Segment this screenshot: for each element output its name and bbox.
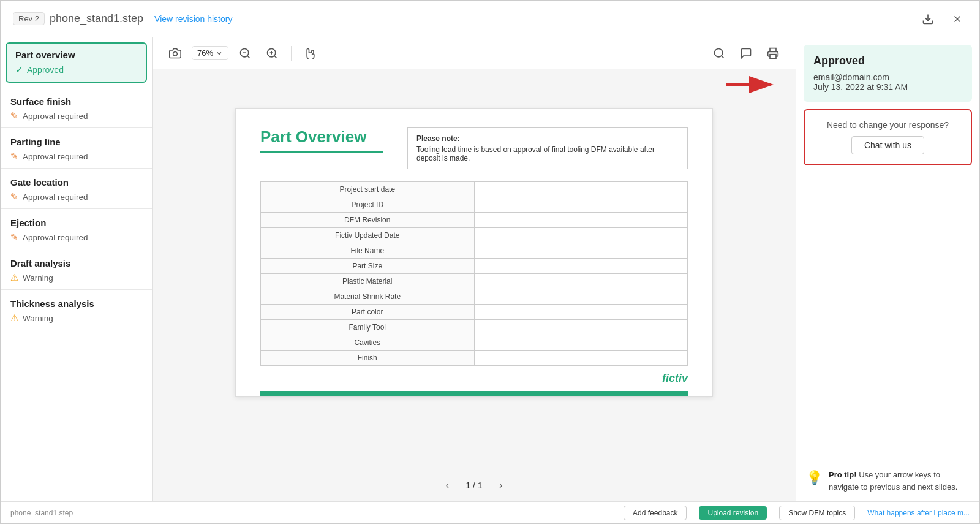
surface-finish-status: Approval required: [23, 112, 88, 121]
table-row: Project start date: [261, 182, 688, 197]
sidebar-item-parting-line[interactable]: Parting line ✎ Approval required: [1, 128, 152, 168]
toolbar-divider: [291, 46, 292, 61]
table-cell-label: Family Tool: [261, 320, 475, 335]
pro-tip-section: 💡 Pro tip! Use your arrow keys to naviga…: [796, 460, 979, 501]
zoom-out-button[interactable]: [235, 43, 255, 64]
sidebar-section-thickness-analysis: Thickness analysis ⚠ Warning: [1, 290, 152, 330]
close-button[interactable]: [948, 9, 967, 29]
table-row: DFM Revision: [261, 213, 688, 228]
table-row: Part color: [261, 305, 688, 320]
content-area: 76%: [153, 37, 796, 501]
parting-line-title: Parting line: [10, 137, 142, 147]
table-row: Material Shrink Rate: [261, 289, 688, 305]
table-cell-label: Finish: [261, 351, 475, 366]
lightbulb-icon: 💡: [806, 470, 823, 486]
table-cell-label: Project start date: [261, 182, 475, 197]
edit-icon-parting-line: ✎: [10, 151, 18, 162]
snapshot-button[interactable]: [165, 43, 186, 64]
table-cell-label: File Name: [261, 243, 475, 259]
help-link[interactable]: What happens after I place m...: [867, 509, 970, 517]
right-panel: Approved email@domain.com July 13, 2022 …: [796, 37, 979, 501]
add-feedback-button[interactable]: Add feedback: [624, 506, 687, 520]
sidebar-section-ejection: Ejection ✎ Approval required: [1, 209, 152, 249]
table-cell-label: Fictiv Updated Date: [261, 228, 475, 243]
warning-icon-thickness-analysis: ⚠: [10, 313, 18, 324]
table-cell-value: [474, 213, 688, 228]
table-row: Cavities: [261, 335, 688, 351]
table-row: File Name: [261, 243, 688, 259]
sidebar-item-part-overview[interactable]: Part overview ✓ Approved: [6, 42, 147, 83]
table-cell-label: Part color: [261, 305, 475, 320]
svg-line-12: [722, 55, 724, 58]
table-cell-value: [474, 243, 688, 259]
sidebar-item-surface-finish[interactable]: Surface finish ✎ Approval required: [1, 88, 152, 127]
main-layout: Part overview ✓ Approved Surface finish …: [1, 37, 979, 501]
file-name-base: phone_stand1: [50, 12, 119, 25]
approved-card: Approved email@domain.com July 13, 2022 …: [804, 45, 972, 102]
download-button[interactable]: [918, 9, 938, 29]
file-name: phone_stand1.step: [50, 12, 143, 25]
sidebar-item-draft-analysis[interactable]: Draft analysis ⚠ Warning: [1, 249, 152, 289]
doc-footer: fictiv: [260, 366, 688, 391]
parting-line-status: Approval required: [23, 152, 88, 161]
red-arrow: [723, 73, 778, 96]
arrow-indicator-row: [153, 69, 796, 96]
pagination: ‹ 1 / 1 ›: [153, 469, 796, 501]
sidebar-section-draft-analysis: Draft analysis ⚠ Warning: [1, 249, 152, 290]
table-cell-label: Part Size: [261, 259, 475, 274]
ejection-status: Approval required: [23, 233, 88, 242]
thickness-analysis-status: Warning: [23, 314, 53, 323]
sidebar: Part overview ✓ Approved Surface finish …: [1, 37, 153, 501]
zoom-in-button[interactable]: [262, 43, 282, 64]
table-cell-value: [474, 351, 688, 366]
print-button[interactable]: [763, 43, 783, 64]
change-response-card: Need to change your response? Chat with …: [804, 109, 972, 165]
view-history-link[interactable]: View revision history: [154, 14, 232, 24]
gate-location-title: Gate location: [10, 177, 142, 188]
print-icon: [767, 47, 779, 59]
parting-line-status-row: ✎ Approval required: [10, 151, 142, 162]
thickness-analysis-title: Thickness analysis: [10, 298, 142, 309]
table-cell-value: [474, 305, 688, 320]
fictiv-brand: fictiv: [662, 372, 688, 385]
draft-analysis-status-row: ⚠ Warning: [10, 272, 142, 283]
sidebar-item-thickness-analysis[interactable]: Thickness analysis ⚠ Warning: [1, 290, 152, 330]
doc-header: Part Overview Please note: Tooling lead …: [260, 127, 688, 169]
chat-with-us-button[interactable]: Chat with us: [851, 136, 924, 154]
search-button[interactable]: [709, 43, 729, 64]
edit-icon-ejection: ✎: [10, 232, 18, 243]
bottom-bar: phone_stand1.step Add feedback Upload re…: [1, 501, 979, 523]
zoom-control[interactable]: 76%: [192, 46, 228, 60]
pan-button[interactable]: [300, 43, 321, 64]
part-overview-title: Part overview: [15, 50, 137, 60]
chevron-down-icon: [216, 50, 223, 57]
draft-analysis-title: Draft analysis: [10, 258, 142, 268]
pro-tip-text: Pro tip! Use your arrow keys to navigate…: [829, 469, 970, 493]
pan-icon: [304, 47, 317, 59]
table-row: Part Size: [261, 259, 688, 274]
app-window: Rev 2 phone_stand1.step View revision hi…: [0, 0, 980, 524]
svg-point-3: [173, 51, 178, 56]
comment-button[interactable]: [736, 43, 756, 64]
revision-badge: Rev 2: [13, 12, 45, 25]
upload-revision-button[interactable]: Upload revision: [699, 506, 767, 520]
table-cell-label: Plastic Material: [261, 274, 475, 289]
sidebar-section-gate-location: Gate location ✎ Approval required: [1, 169, 152, 209]
next-page-button[interactable]: ›: [492, 477, 510, 494]
prev-page-button[interactable]: ‹: [439, 477, 456, 494]
show-dfm-topics-button[interactable]: Show DFM topics: [779, 506, 855, 520]
title-bar-right: [918, 9, 967, 29]
sidebar-item-gate-location[interactable]: Gate location ✎ Approval required: [1, 169, 152, 208]
table-cell-value: [474, 289, 688, 305]
checkmark-icon: ✓: [15, 64, 23, 75]
sidebar-item-ejection[interactable]: Ejection ✎ Approval required: [1, 209, 152, 249]
edit-icon-surface-finish: ✎: [10, 110, 18, 121]
svg-point-11: [715, 48, 723, 56]
title-bar-left: Rev 2 phone_stand1.step View revision hi…: [13, 12, 918, 25]
surface-finish-status-row: ✎ Approval required: [10, 110, 142, 121]
sidebar-section-surface-finish: Surface finish ✎ Approval required: [1, 88, 152, 128]
table-cell-value: [474, 197, 688, 213]
doc-progress-bar: [260, 391, 688, 396]
toolbar: 76%: [153, 37, 796, 69]
table-cell-value: [474, 228, 688, 243]
